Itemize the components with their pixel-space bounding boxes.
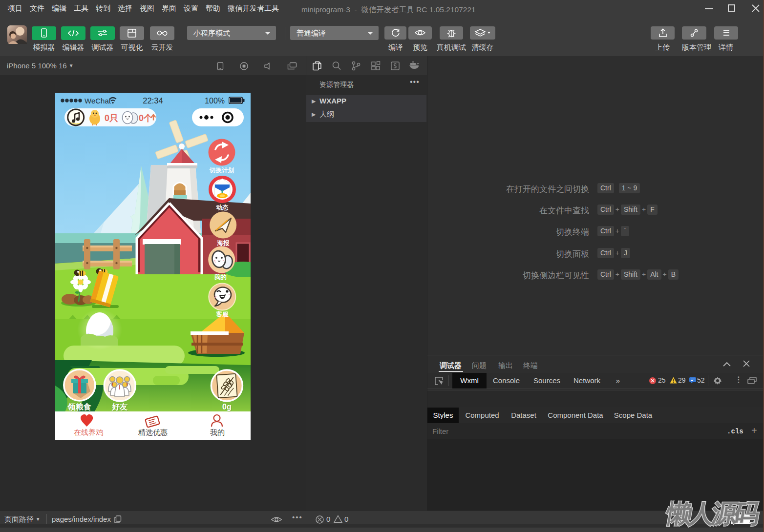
svg-text:22:34: 22:34 (143, 96, 163, 105)
svg-text:懒人源码: 懒人源码 (663, 499, 762, 528)
svg-text:WeChat: WeChat (85, 97, 111, 105)
svg-text:客服: 客服 (216, 310, 229, 318)
svg-text:100%: 100% (205, 97, 225, 105)
svg-text:我的: 我的 (214, 274, 227, 281)
svg-text:我的: 我的 (210, 428, 225, 436)
svg-text:0g: 0g (222, 403, 232, 411)
svg-text:0只: 0只 (105, 113, 118, 123)
svg-text:动态: 动态 (216, 204, 229, 211)
svg-text:精选优惠: 精选优惠 (138, 428, 168, 436)
svg-text:在线养鸡: 在线养鸡 (74, 428, 103, 436)
svg-text:0个: 0个 (139, 113, 152, 123)
svg-text:领粮食: 领粮食 (67, 403, 91, 411)
svg-text:海报: 海报 (217, 240, 230, 246)
svg-text:好友: 好友 (111, 403, 127, 411)
svg-text:切换计划: 切换计划 (209, 167, 234, 174)
